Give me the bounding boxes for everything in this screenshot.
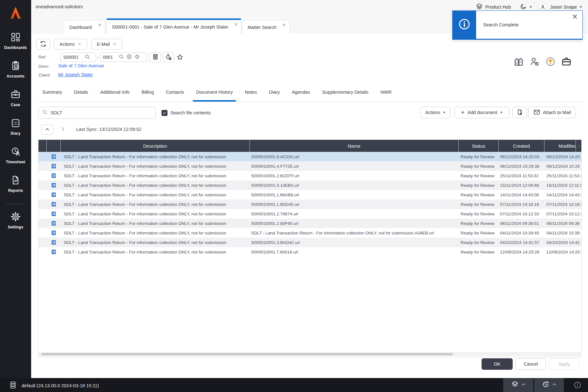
document-icon	[47, 221, 61, 226]
document-icon	[47, 249, 61, 254]
table-row[interactable]: SDLT - Land Transaction Return - For inf…	[38, 228, 582, 238]
close-icon[interactable]: ✕	[282, 23, 286, 27]
caret-down-icon: ▼	[500, 111, 503, 114]
table-row[interactable]: SDLT - Land Transaction Return - For inf…	[38, 171, 582, 180]
matter-subtab[interactable]: Diary	[266, 90, 283, 102]
sidebar: Dashboards Accounts Case Diary Timesheet…	[0, 0, 31, 378]
sidebar-item-diary[interactable]: Diary	[0, 116, 31, 144]
history-panel-toggle[interactable]	[534, 378, 564, 392]
header-name[interactable]: Name	[250, 140, 459, 152]
briefcase-icon[interactable]	[560, 55, 573, 68]
close-icon[interactable]: ✕	[234, 22, 238, 27]
document-created: 07/11/2024 10:12:33	[499, 212, 544, 216]
matter-subtab[interactable]: Supplementary Details	[319, 90, 372, 102]
header-description[interactable]: Description	[61, 140, 250, 152]
matter-subtab[interactable]: NWR	[377, 90, 395, 102]
sidebar-item-settings[interactable]: Settings	[0, 209, 31, 238]
matter-subtab[interactable]: Notes	[242, 90, 260, 102]
document-status: Ready for Review	[459, 154, 499, 159]
theme-toggle[interactable]: ▼	[520, 3, 532, 11]
tab-label: Matter Search	[248, 25, 277, 30]
add-document-label: Add document	[468, 110, 497, 115]
header-created[interactable]: Created	[499, 140, 544, 152]
document-created: 07/11/2024 14:18:16	[499, 202, 544, 207]
cancel-button[interactable]: Cancel	[516, 358, 546, 370]
search-file-contents-checkbox[interactable]	[161, 110, 168, 116]
documents-actions-dropdown[interactable]: Actions ▼	[420, 107, 451, 118]
document-search-input[interactable]	[51, 110, 152, 115]
matter-subtab[interactable]: Document History	[193, 90, 236, 102]
matter-description-link[interactable]: Sale of 7 Glen Avenue	[58, 63, 104, 68]
matter-subtab[interactable]: Billing	[138, 90, 157, 102]
user-menu[interactable]: Jason Snape ▼	[538, 3, 582, 11]
start-timer-button[interactable]	[163, 52, 174, 62]
tab-matter-search[interactable]: Matter Search ✕	[242, 20, 290, 34]
collapse-tree-button[interactable]	[41, 125, 53, 135]
header-icon-column[interactable]	[47, 140, 61, 152]
matter-subtab[interactable]: Additional Info	[97, 90, 133, 102]
upload-circle-icon[interactable]	[544, 55, 557, 68]
matter-subtab[interactable]: Contacts	[163, 90, 187, 102]
search-icon[interactable]	[84, 54, 90, 61]
stack-panel-toggle[interactable]	[503, 378, 533, 392]
matter-subref-input[interactable]	[103, 55, 116, 60]
caret-down-icon: ▼	[443, 111, 446, 114]
document-name: S000010001.1.66AB8.url	[250, 193, 459, 197]
actions-dropdown[interactable]: Actions	[54, 39, 87, 50]
info-icon[interactable]	[573, 381, 582, 389]
document-status: Ready for Review	[459, 212, 499, 216]
calculator-button[interactable]	[150, 52, 161, 62]
scrollbar-thumb[interactable]	[41, 353, 453, 355]
document-name: S000010001.4.F772E.url	[250, 164, 459, 169]
sidebar-item-label: Case	[11, 103, 20, 107]
sidebar-item-timesheet[interactable]: Timesheet	[0, 144, 31, 173]
add-document-dropdown[interactable]: + Add document ▼	[455, 107, 509, 118]
close-icon[interactable]: ✕	[98, 23, 102, 27]
table-row[interactable]: SDLT - Land Transaction Return - For inf…	[38, 199, 582, 209]
ok-button[interactable]: OK	[482, 358, 513, 370]
table-row[interactable]: SDLT - Land Transaction Return - For inf…	[38, 219, 582, 228]
product-hub-button[interactable]: Product Hub	[476, 3, 511, 11]
matter-subtab[interactable]: Details	[71, 90, 91, 102]
column-menu-icon[interactable]: ⋮	[576, 140, 582, 152]
sidebar-item-accounts[interactable]: Accounts	[0, 58, 31, 87]
buildings-icon[interactable]	[512, 55, 525, 68]
close-icon[interactable]: ✕	[572, 13, 578, 20]
email-dropdown[interactable]: E-Mail	[92, 39, 122, 50]
sidebar-item-dashboards[interactable]: Dashboards	[0, 30, 31, 58]
matter-ref-input[interactable]	[63, 55, 82, 60]
star-icon[interactable]	[134, 54, 140, 61]
person-check-icon[interactable]	[528, 55, 541, 68]
attach-to-mail-button[interactable]: Attach to Mail	[528, 107, 576, 118]
header-status[interactable]: Status	[459, 140, 499, 152]
favourite-star-icon[interactable]	[176, 53, 184, 61]
table-row[interactable]: SDLT - Land Transaction Return - For inf…	[38, 161, 582, 171]
table-row[interactable]: SDLT - Land Transaction Return - For inf…	[38, 238, 582, 247]
refresh-button[interactable]	[36, 39, 50, 50]
matter-subtab-label: Summary	[42, 90, 62, 95]
document-add-icon	[516, 109, 523, 117]
sidebar-item-label: Diary	[10, 131, 20, 136]
table-row[interactable]: SDLT - Land Transaction Return - For inf…	[38, 190, 582, 199]
actions-label: Actions	[59, 42, 75, 47]
matter-subref-field	[100, 52, 147, 62]
table-row[interactable]: SDLT - Land Transaction Return - For inf…	[38, 180, 582, 190]
table-row[interactable]: SDLT - Land Transaction Return - For inf…	[38, 209, 582, 219]
document-name: S000010001.1.B0D45.url	[250, 202, 459, 207]
table-row[interactable]: SDLT - Land Transaction Return - For inf…	[38, 152, 582, 161]
matter-subtab[interactable]: Summary	[39, 90, 65, 102]
header-select-column[interactable]	[38, 140, 47, 152]
search-icon[interactable]	[118, 54, 124, 61]
matter-subtab[interactable]: Agendas	[289, 90, 313, 102]
apply-button[interactable]: Apply	[549, 358, 579, 370]
document-modified: 12/09/2024 14:25:	[544, 250, 582, 254]
horizontal-scrollbar[interactable]	[38, 352, 581, 356]
tab-matter[interactable]: S00001-0001 - Sale of 7 Glen Avenue - Mr…	[106, 18, 241, 34]
sidebar-item-case[interactable]: Case	[0, 87, 31, 116]
new-document-button[interactable]	[512, 107, 527, 118]
table-row[interactable]: SDLT - Land Transaction Return - For inf…	[38, 247, 582, 257]
circle-down-arrow-icon[interactable]	[126, 54, 132, 61]
sidebar-item-reports[interactable]: Reports	[0, 173, 31, 201]
client-link[interactable]: Mr Joseph Slater	[58, 72, 93, 77]
tab-dashboard[interactable]: Dashboard ✕	[64, 20, 105, 34]
